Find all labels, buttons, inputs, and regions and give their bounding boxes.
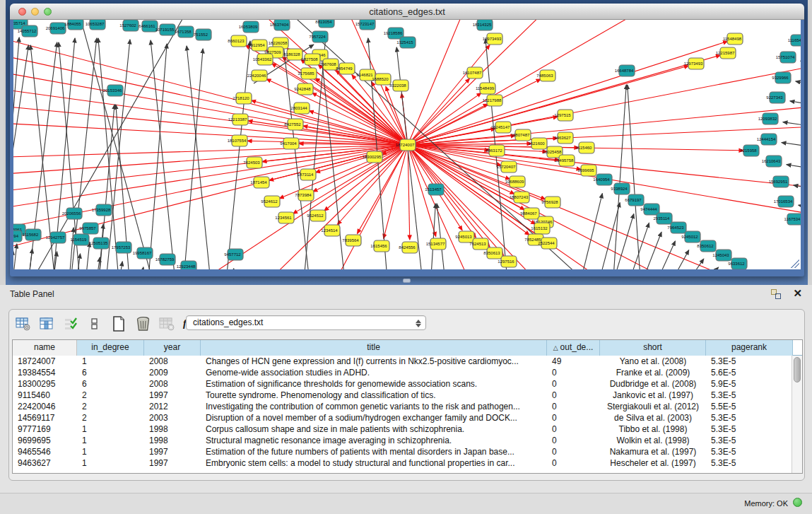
graph-node[interactable]: 9463627 [554, 132, 573, 144]
graph-node[interactable]: 9457712 [224, 249, 243, 260]
table-row[interactable]: 1456911722003Disruption of a novel membe… [13, 412, 792, 424]
graph-node[interactable]: 391594 [13, 230, 22, 242]
table-row[interactable]: 2242004622012Investigating the contribut… [13, 401, 792, 412]
graph-node[interactable]: 15720407 [497, 161, 517, 173]
graph-node[interactable]: 1640954 [593, 174, 612, 185]
panel-splitter-handle[interactable] [403, 279, 411, 283]
graph-node[interactable]: 9417004 [280, 138, 299, 149]
graph-node[interactable]: 2718120 [233, 93, 252, 104]
graph-node[interactable]: 1873114 [298, 169, 316, 180]
select-all-icon[interactable] [63, 316, 78, 332]
network-canvas[interactable]: 1935714140557122069140618840551065328715… [13, 20, 801, 269]
graph-node[interactable]: 17359928 [92, 204, 112, 216]
float-panel-icon[interactable] [771, 289, 781, 299]
graph-node[interactable]: 751552 [194, 29, 211, 40]
graph-node[interactable]: 8912954 [248, 40, 267, 51]
graph-node[interactable]: 18300295 [363, 151, 382, 163]
graph-node[interactable]: 11548498 [723, 33, 743, 45]
column-header-pagerank[interactable]: pagerank [706, 340, 793, 356]
graph-node[interactable]: 15134577 [426, 238, 446, 250]
graph-node[interactable]: 9975857 [79, 223, 98, 234]
column-header-year[interactable]: year [144, 340, 201, 356]
graph-node[interactable]: 12444154 [757, 134, 777, 145]
graph-node[interactable]: 8322038 [389, 80, 408, 91]
graph-node[interactable]: 20153346 [103, 85, 123, 96]
graph-node[interactable]: 19218586 [384, 28, 404, 39]
window-resize-grip-icon[interactable] [791, 259, 799, 268]
graph-node[interactable]: 16107487 [463, 67, 483, 78]
close-panel-icon[interactable]: ✕ [793, 287, 802, 300]
graph-node[interactable]: 9827508 [301, 54, 320, 65]
graph-node[interactable]: 10543362 [253, 54, 273, 65]
graph-node[interactable]: 15751074 [776, 52, 796, 63]
graph-node[interactable]: 8350612 [697, 240, 716, 252]
graph-node[interactable]: 12213387 [228, 114, 248, 125]
graph-node[interactable]: 17016534 [774, 196, 794, 207]
table-mode-icon[interactable] [15, 316, 30, 332]
graph-node[interactable]: 18637404 [270, 20, 290, 30]
graph-node[interactable]: 1245043 [712, 250, 731, 261]
citation-graph[interactable]: 1935714140557122069140618840551065328715… [13, 20, 801, 269]
graph-node[interactable]: 11548499 [476, 83, 495, 94]
graph-node[interactable]: 9245013 [455, 231, 474, 243]
graph-node[interactable]: 20206556 [62, 208, 82, 219]
graph-node[interactable]: 8186328 [283, 49, 302, 60]
graph-node[interactable]: 15692951 [769, 176, 789, 187]
graph-node[interactable]: 10807487 [511, 129, 531, 141]
graph-node[interactable]: 12505135 [89, 238, 109, 249]
graph-node[interactable]: 12215987 [716, 47, 736, 59]
new-table-icon[interactable] [111, 316, 126, 332]
table-row[interactable]: 969969511998Structural magnetic resonanc… [13, 435, 792, 446]
column-header-out_de[interactable]: △out_de... [547, 340, 600, 356]
graph-node[interactable]: 1234561 [275, 212, 294, 223]
graph-node[interactable]: 1116542 [788, 35, 801, 46]
graph-node[interactable]: 10973493 [483, 33, 502, 45]
column-header-in_degree[interactable]: in_degree [77, 340, 144, 356]
graph-node[interactable]: 10688609 [505, 176, 525, 187]
table-row[interactable]: 977716911998Corpus callosum shape and si… [13, 424, 792, 435]
delete-table-icon[interactable] [135, 316, 151, 332]
graph-node[interactable]: 9756928 [541, 197, 560, 208]
graph-node[interactable]: 6679197 [625, 194, 644, 206]
graph-node[interactable]: 8813054 [315, 20, 334, 28]
column-header-title[interactable]: title [201, 340, 547, 356]
graph-node[interactable]: 12973493 [684, 58, 704, 69]
column-header-short[interactable]: short [600, 340, 706, 356]
graph-node[interactable]: 12942757 [46, 232, 66, 243]
graph-node[interactable]: 1167534 [784, 214, 801, 225]
graph-node[interactable]: 1115682 [23, 229, 41, 240]
graph-node[interactable]: 8660123 [228, 35, 247, 47]
graph-node[interactable]: 16648784 [615, 65, 635, 76]
graph-node[interactable]: 18107554 [228, 135, 247, 146]
graph-node[interactable]: 12923448 [177, 261, 196, 269]
table-row[interactable]: 911546021997Tourette syndrome. Phenomeno… [13, 390, 792, 401]
graph-node[interactable]: 9474444 [640, 204, 659, 215]
graph-node[interactable]: 12217988 [483, 95, 502, 106]
table-row[interactable]: 946554611997Estimation of the future num… [13, 446, 792, 457]
graph-node[interactable]: 7624503 [243, 157, 262, 168]
graph-node[interactable]: 22420046 [247, 70, 267, 81]
show-columns-icon[interactable] [39, 316, 54, 332]
graph-node[interactable]: 17957253 [112, 242, 131, 253]
table-row[interactable]: 1938455462009Genome-wide association stu… [13, 367, 792, 378]
table-scrollbar[interactable] [792, 356, 802, 473]
network-window[interactable]: citations_edges.txt 19357141405571220691… [10, 4, 804, 276]
graph-node[interactable]: 9338924 [611, 183, 630, 194]
column-header-name[interactable]: name [13, 340, 77, 356]
graph-node[interactable]: 8424556 [399, 242, 418, 253]
graph-node[interactable]: 8215958 [740, 145, 759, 156]
graph-node[interactable]: 10653287 [86, 20, 105, 30]
graph-node[interactable]: 1513457 [425, 184, 444, 195]
graph-node[interactable]: 16053809 [239, 21, 259, 33]
graph-node[interactable]: 1884055 [64, 20, 83, 30]
graph-node[interactable]: 10719155 [155, 24, 175, 35]
graph-node[interactable]: 9227343 [766, 92, 785, 103]
graph-node[interactable]: 9524612 [261, 196, 280, 207]
graph-node[interactable]: 1871454 [250, 177, 269, 188]
graph-node[interactable]: 19958167 [133, 247, 153, 259]
graph-node[interactable]: 15723147 [355, 20, 375, 30]
table-row[interactable]: 1872400712008Changes of HCN gene express… [13, 356, 792, 367]
table-selector-dropdown[interactable]: citations_edges.txt [186, 315, 426, 330]
graph-node[interactable]: 1527602 [119, 20, 139, 31]
table-row[interactable]: 946362711997Embryonic stem cells: a mode… [13, 457, 792, 469]
